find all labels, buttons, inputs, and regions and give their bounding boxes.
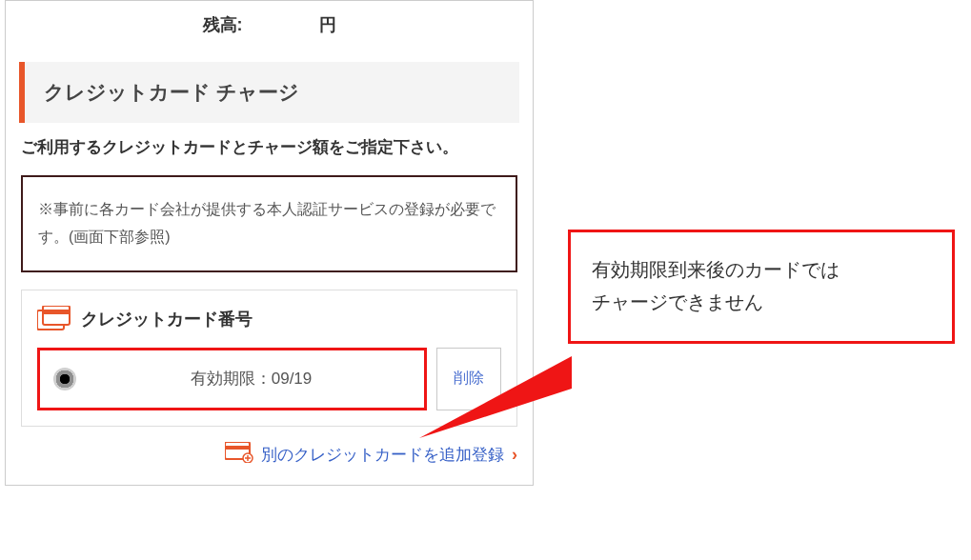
card-section-header: クレジットカード番号	[37, 306, 501, 332]
svg-rect-2	[43, 310, 70, 314]
credit-card-icon	[37, 306, 71, 332]
card-option-cell[interactable]: 有効期限：09/19	[37, 348, 427, 410]
expiry-value: 09/19	[272, 370, 313, 388]
svg-rect-1	[43, 306, 70, 325]
add-card-link[interactable]: 別のクレジットカードを追加登録 ›	[21, 442, 517, 468]
page-title: クレジットカード チャージ	[19, 62, 519, 123]
svg-rect-4	[225, 446, 250, 450]
balance-currency: 円	[319, 13, 336, 36]
callout-line1: 有効期限到来後のカードでは	[592, 259, 840, 280]
page-title-text: クレジットカード チャージ	[44, 81, 299, 103]
card-expiry: 有効期限：09/19	[91, 368, 411, 390]
chevron-right-icon: ›	[512, 445, 517, 465]
credit-card-plus-icon	[225, 442, 253, 468]
radio-selected-icon	[53, 368, 76, 390]
callout-line2: チャージできません	[592, 291, 763, 312]
delete-label: 削除	[454, 369, 484, 389]
card-row: 有効期限：09/19 削除	[37, 348, 501, 410]
app-panel: 残高: 円 クレジットカード チャージ ご利用するクレジットカードとチャージ額を…	[5, 0, 534, 486]
balance-label: 残高:	[203, 13, 243, 36]
balance-bar: 残高: 円	[6, 1, 533, 49]
annotation-callout: 有効期限到来後のカードでは チャージできません	[568, 230, 955, 344]
notice-box: ※事前に各カード会社が提供する本人認証サービスの登録が必要です。(画面下部参照)	[21, 175, 517, 272]
notice-text: ※事前に各カード会社が提供する本人認証サービスの登録が必要です。(画面下部参照)	[38, 201, 496, 245]
instructions-text: ご利用するクレジットカードとチャージ額をご指定下さい。	[21, 136, 517, 158]
card-section-title: クレジットカード番号	[81, 308, 253, 330]
add-card-label: 別のクレジットカードを追加登録	[261, 444, 504, 466]
delete-button[interactable]: 削除	[436, 348, 501, 410]
card-number-section: クレジットカード番号 有効期限：09/19 削除	[21, 290, 517, 427]
expiry-label: 有効期限：	[191, 370, 272, 388]
